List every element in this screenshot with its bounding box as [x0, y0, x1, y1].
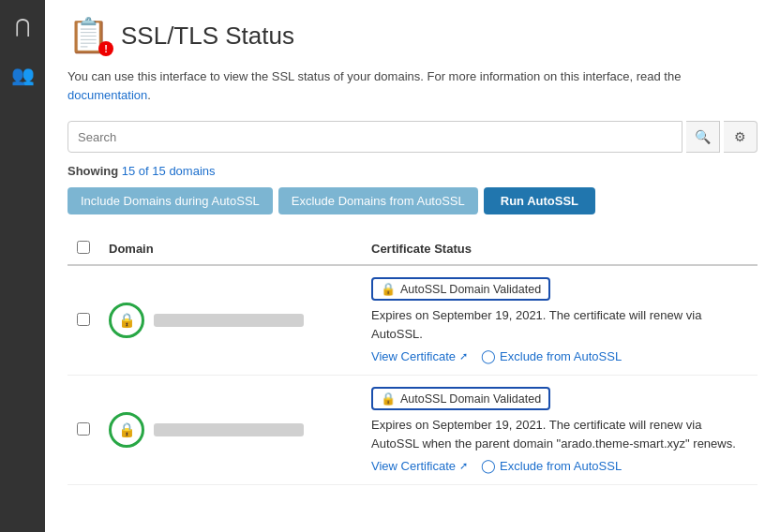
documentation-link[interactable]: documentation — [68, 88, 147, 102]
exclude-from-autossl-link-1[interactable]: ◯ Exclude from AutoSSL — [481, 348, 622, 363]
cert-expires-text: Expires on September 19, 2021. The certi… — [371, 416, 748, 452]
circle-check-icon: ◯ — [481, 348, 496, 363]
row-checkbox-cell — [68, 265, 99, 376]
external-link-icon: ➚ — [459, 460, 468, 472]
badge-lock-icon: 🔒 — [381, 392, 396, 406]
ssl-status-icon: 🔒 — [109, 412, 144, 448]
page-title: SSL/TLS Status — [121, 22, 294, 51]
cert-status-cell: 🔒 AutoSSL Domain Validated Expires on Se… — [362, 265, 758, 376]
exclude-domains-button[interactable]: Exclude Domains from AutoSSL — [278, 187, 478, 214]
select-all-checkbox[interactable] — [77, 241, 90, 254]
exclude-from-autossl-link-2[interactable]: ◯ Exclude from AutoSSL — [481, 458, 622, 473]
autossl-badge: 🔒 AutoSSL Domain Validated — [371, 277, 550, 301]
domain-cell: 🔒 — [99, 376, 362, 485]
actions-row: Include Domains during AutoSSL Exclude D… — [68, 187, 758, 214]
main-content: 📋 ! SSL/TLS Status You can use this inte… — [45, 0, 780, 532]
domain-name-blurred — [154, 423, 304, 436]
showing-text: Showing 15 of 15 domains — [68, 164, 758, 178]
page-description: You can use this interface to view the S… — [68, 67, 758, 104]
domain-cell: 🔒 — [99, 265, 362, 376]
external-link-icon: ➚ — [459, 350, 468, 362]
badge-lock-icon: 🔒 — [381, 282, 396, 296]
row-checkbox[interactable] — [77, 422, 90, 436]
table-row: 🔒 🔒 AutoSSL Domain Validated Expires on … — [68, 265, 758, 376]
exclude-label: Exclude from AutoSSL — [500, 459, 622, 473]
view-certificate-link-1[interactable]: View Certificate ➚ — [371, 349, 468, 363]
ssl-page-icon: 📋 ! — [68, 19, 110, 52]
autossl-badge: 🔒 AutoSSL Domain Validated — [371, 387, 550, 410]
row-checkbox-cell — [68, 376, 99, 485]
row-checkbox[interactable] — [77, 313, 90, 326]
grid-icon[interactable]: ⋂ — [9, 9, 36, 43]
view-certificate-link-2[interactable]: View Certificate ➚ — [371, 459, 468, 473]
page-header: 📋 ! SSL/TLS Status — [68, 19, 758, 52]
sidebar: ⋂ 👥 — [0, 0, 45, 532]
cert-actions: View Certificate ➚ ◯ Exclude from AutoSS… — [371, 458, 748, 473]
users-icon[interactable]: 👥 — [6, 58, 40, 92]
settings-button[interactable]: ⚙ — [724, 121, 758, 153]
ssl-status-icon: 🔒 — [109, 303, 144, 338]
search-button[interactable]: 🔍 — [686, 121, 720, 153]
run-autossl-button[interactable]: Run AutoSSL — [484, 187, 595, 214]
search-input[interactable] — [68, 121, 682, 153]
domains-table: Domain Certificate Status 🔒 — [68, 233, 758, 485]
view-cert-label: View Certificate — [371, 459, 456, 473]
cert-actions: View Certificate ➚ ◯ Exclude from AutoSS… — [371, 348, 748, 363]
lock-icon: 🔒 — [118, 312, 136, 329]
col-check — [68, 233, 99, 265]
col-cert-status: Certificate Status — [362, 233, 758, 265]
badge-text: AutoSSL Domain Validated — [400, 283, 541, 296]
col-domain: Domain — [99, 233, 362, 265]
badge-text: AutoSSL Domain Validated — [400, 392, 541, 406]
table-row: 🔒 🔒 AutoSSL Domain Validated Expires on … — [68, 376, 758, 485]
include-domains-button[interactable]: Include Domains during AutoSSL — [68, 187, 273, 214]
domain-name-blurred — [154, 314, 304, 327]
cert-expires-text: Expires on September 19, 2021. The certi… — [371, 306, 748, 343]
exclude-label: Exclude from AutoSSL — [500, 349, 622, 363]
lock-icon: 🔒 — [118, 421, 136, 438]
icon-badge: ! — [98, 41, 113, 56]
search-row: 🔍 ⚙ — [68, 121, 758, 153]
cert-status-cell: 🔒 AutoSSL Domain Validated Expires on Se… — [362, 376, 758, 485]
circle-check-icon: ◯ — [481, 458, 496, 473]
view-cert-label: View Certificate — [371, 349, 456, 363]
